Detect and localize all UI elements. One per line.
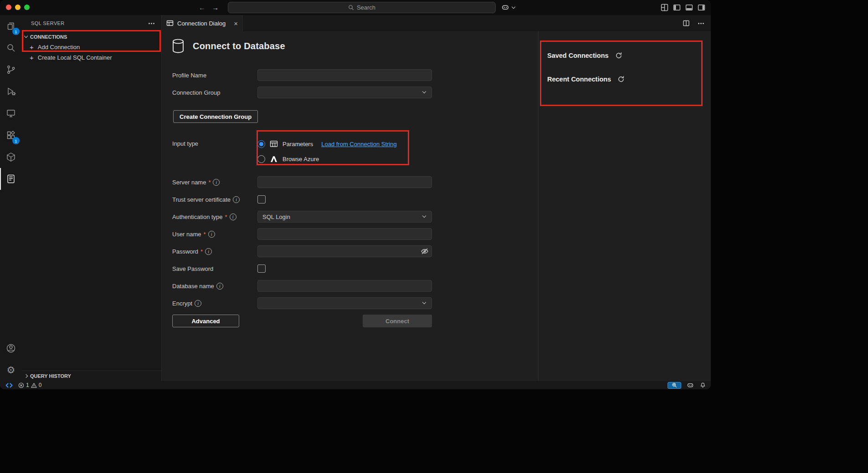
tab-connection-dialog[interactable]: Connection Dialog × bbox=[162, 15, 243, 31]
create-connection-group-button[interactable]: Create Connection Group bbox=[173, 110, 258, 123]
form-row-input-type: Input type Parameters Load from Connecti… bbox=[172, 138, 538, 164]
zoom-window-button[interactable] bbox=[24, 5, 30, 10]
create-local-sql-container-label: Create Local SQL Container bbox=[38, 54, 112, 61]
input-type-parameters-option: Parameters Load from Connection String bbox=[257, 138, 397, 149]
sidebar-item-create-local-sql-container[interactable]: Create Local SQL Container bbox=[22, 52, 161, 63]
form-row-database-name: Database name bbox=[172, 280, 538, 292]
saved-connections-title: Saved Connections bbox=[547, 52, 609, 59]
activity-item-remote-explorer[interactable] bbox=[0, 102, 22, 124]
connect-button[interactable]: Connect bbox=[363, 315, 432, 327]
warning-icon bbox=[31, 382, 37, 388]
run-debug-icon bbox=[5, 86, 16, 97]
authentication-type-select[interactable]: SQL Login bbox=[257, 211, 432, 223]
form-row-save-password: Save Password bbox=[172, 263, 538, 275]
sidebar-item-add-connection[interactable]: Add Connection bbox=[22, 42, 161, 52]
form-row-encrypt: Encrypt bbox=[172, 297, 538, 309]
info-icon[interactable] bbox=[208, 231, 215, 238]
chevron-down-icon bbox=[512, 5, 515, 8]
info-icon[interactable] bbox=[233, 196, 240, 203]
minimize-window-button[interactable] bbox=[15, 5, 21, 10]
save-password-label: Save Password bbox=[172, 265, 257, 272]
info-icon[interactable] bbox=[205, 248, 212, 255]
error-count: 1 bbox=[26, 382, 29, 388]
activity-item-search[interactable] bbox=[0, 37, 22, 59]
encrypt-select[interactable] bbox=[257, 297, 432, 309]
back-icon[interactable]: ← bbox=[199, 4, 205, 11]
toggle-secondary-sidebar-icon[interactable] bbox=[698, 4, 705, 11]
form-row-connection-group: Connection Group bbox=[172, 86, 538, 98]
activity-item-run-debug[interactable] bbox=[0, 81, 22, 102]
form-row-server-name: Server name * bbox=[172, 176, 538, 188]
activity-item-explorer[interactable]: 1 bbox=[0, 15, 22, 37]
authentication-type-label: Authentication type * bbox=[172, 214, 257, 220]
plus-icon bbox=[30, 44, 34, 51]
parameters-radio[interactable] bbox=[257, 140, 265, 148]
status-bar-left: 1 0 bbox=[5, 382, 41, 388]
sidebar-title: SQL SERVER bbox=[31, 20, 65, 26]
copilot-menu[interactable] bbox=[501, 3, 515, 11]
tab-title: Connection Dialog bbox=[177, 20, 226, 27]
section-query-history[interactable]: QUERY HISTORY bbox=[22, 371, 161, 381]
gear-icon: ⚙ bbox=[7, 366, 15, 375]
saved-connections-row: Saved Connections bbox=[547, 52, 711, 59]
search-placeholder: Search bbox=[357, 4, 375, 11]
password-input[interactable] bbox=[257, 245, 432, 257]
close-window-button[interactable] bbox=[6, 5, 11, 10]
advanced-button[interactable]: Advanced bbox=[172, 315, 239, 327]
info-icon[interactable] bbox=[195, 300, 201, 307]
form-row-user-name: User name * bbox=[172, 228, 538, 240]
package-icon bbox=[5, 152, 16, 163]
tab-bar: Connection Dialog × bbox=[162, 15, 711, 31]
browse-azure-radio[interactable] bbox=[257, 155, 265, 163]
connections-panel: Saved Connections Recent Connections bbox=[539, 31, 711, 381]
customize-layout-icon[interactable] bbox=[661, 4, 668, 11]
split-editor-icon[interactable] bbox=[683, 20, 690, 27]
zoom-in-icon bbox=[672, 382, 677, 388]
database-name-input[interactable] bbox=[257, 280, 432, 292]
activity-item-sql-server[interactable] bbox=[0, 168, 22, 190]
load-from-connection-string-link[interactable]: Load from Connection String bbox=[321, 141, 396, 147]
section-connections[interactable]: CONNECTIONS bbox=[22, 31, 161, 42]
user-name-label: User name * bbox=[172, 231, 257, 238]
chevron-down-icon bbox=[422, 90, 426, 93]
more-actions-icon[interactable] bbox=[697, 20, 704, 27]
browse-azure-label: Browse Azure bbox=[282, 156, 319, 163]
command-center-search[interactable]: Search bbox=[228, 2, 496, 13]
server-name-input[interactable] bbox=[257, 176, 432, 188]
more-actions-icon[interactable] bbox=[148, 20, 155, 27]
activity-item-extensions[interactable]: 1 bbox=[0, 124, 22, 146]
section-connections-label: CONNECTIONS bbox=[30, 34, 67, 40]
copilot-status-icon[interactable] bbox=[687, 381, 694, 389]
remote-indicator-icon[interactable] bbox=[5, 382, 14, 388]
zoom-indicator-button[interactable] bbox=[668, 382, 681, 389]
toggle-panel-icon[interactable] bbox=[685, 4, 693, 11]
add-connection-label: Add Connection bbox=[38, 44, 80, 51]
password-label: Password * bbox=[172, 248, 257, 255]
trust-server-certificate-checkbox[interactable] bbox=[257, 195, 266, 203]
notifications-bell-button[interactable] bbox=[699, 382, 706, 389]
refresh-icon bbox=[617, 76, 625, 83]
connection-group-select[interactable] bbox=[257, 86, 432, 98]
close-icon[interactable]: × bbox=[234, 20, 238, 27]
profile-name-label: Profile Name bbox=[172, 72, 257, 79]
refresh-recent-connections-button[interactable] bbox=[617, 76, 625, 83]
activity-item-accounts[interactable] bbox=[0, 337, 22, 359]
page-title: Connect to Database bbox=[193, 41, 285, 51]
profile-name-input[interactable] bbox=[257, 69, 432, 81]
copilot-icon bbox=[687, 381, 694, 389]
activity-item-settings[interactable]: ⚙ bbox=[0, 359, 22, 381]
database-icon bbox=[172, 39, 184, 53]
activity-item-source-control[interactable] bbox=[0, 59, 22, 81]
forward-icon[interactable]: → bbox=[212, 4, 219, 11]
activity-item-database-projects[interactable] bbox=[0, 146, 22, 168]
info-icon[interactable] bbox=[230, 214, 236, 220]
refresh-saved-connections-button[interactable] bbox=[615, 52, 622, 59]
toggle-password-visibility-button[interactable] bbox=[421, 247, 429, 255]
info-icon[interactable] bbox=[216, 283, 223, 290]
error-icon bbox=[18, 382, 24, 388]
user-name-input[interactable] bbox=[257, 228, 432, 240]
info-icon[interactable] bbox=[213, 179, 220, 186]
save-password-checkbox[interactable] bbox=[257, 264, 266, 273]
toggle-primary-sidebar-icon[interactable] bbox=[673, 4, 681, 11]
problems-status[interactable]: 1 0 bbox=[18, 382, 41, 388]
